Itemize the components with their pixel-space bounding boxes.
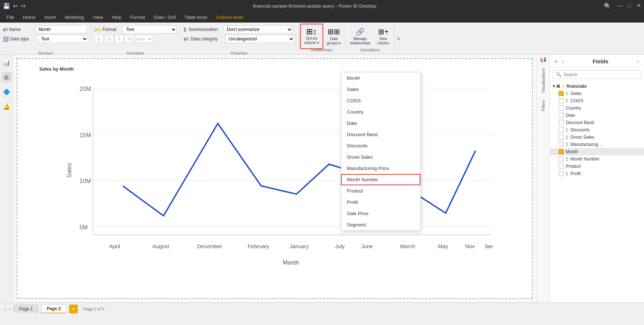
menu-column-tools[interactable]: Column tools (212, 13, 247, 21)
name-input[interactable] (36, 25, 87, 33)
field-Discounts[interactable]: Σ Discounts (550, 126, 644, 134)
field-checkbox-Product[interactable] (559, 164, 564, 169)
comma-format-btn[interactable]: ¶ (115, 35, 124, 43)
window-title: financial-sample-finished-update-query -… (253, 3, 376, 9)
fields-nav-prev[interactable]: ‹ (561, 58, 565, 65)
page-tab-2[interactable]: Page 2 (41, 304, 66, 313)
visualizations-tab[interactable]: Visualizations (540, 65, 546, 96)
fields-search-input[interactable] (564, 72, 638, 77)
fields-header: « ‹ Fields › (550, 55, 644, 68)
maximize-button[interactable]: □ (628, 3, 631, 9)
fields-nav-next[interactable]: › (636, 58, 640, 65)
speaker-icon[interactable]: 📢 (540, 57, 546, 63)
dropdown-item-Country[interactable]: Country (341, 106, 420, 118)
field-COGS[interactable]: Σ COGS (550, 97, 644, 104)
report-view-icon[interactable]: 📊 (1, 58, 12, 68)
add-page-button[interactable]: + (69, 305, 78, 313)
sort-by-column-dropdown: Month Sales COGS Country Date Discount B… (341, 72, 421, 231)
dax-icon[interactable]: 🔔 (1, 101, 12, 111)
data-category-select[interactable]: Uncategorized (225, 35, 295, 43)
minimize-button[interactable]: — (617, 3, 622, 9)
menu-table-tools[interactable]: Table tools (181, 13, 211, 21)
dropdown-item-Date[interactable]: Date (341, 118, 420, 129)
field-DiscountBand[interactable]: Discount Band (550, 119, 644, 126)
field-Country[interactable]: Country (550, 104, 644, 112)
menu-file[interactable]: File (3, 13, 18, 21)
dropdown-item-GrossSales[interactable]: Gross Sales (341, 151, 420, 163)
dropdown-item-Profit[interactable]: Profit (341, 197, 420, 208)
page-nav-next[interactable]: › (9, 306, 11, 312)
menu-data-drill[interactable]: Data / Drill (150, 13, 180, 21)
page-nav-prev[interactable]: ‹ (4, 306, 6, 312)
dropdown-item-MonthNumber[interactable]: Month Number (341, 174, 420, 185)
page-tab-1[interactable]: Page 1 (13, 305, 38, 313)
close-button[interactable]: ✕ (637, 3, 641, 9)
auto-format-select[interactable]: Auto (135, 35, 153, 43)
summarization-select[interactable]: Don't summarize (224, 25, 293, 33)
save-icon[interactable]: 💾 (3, 3, 10, 9)
financials-group-header[interactable]: ▾ ⊞ ✓ financials (550, 83, 644, 90)
dollar-format-btn[interactable]: $ (94, 35, 104, 43)
percent-format-btn[interactable]: % (104, 35, 114, 43)
model-view-icon[interactable]: 🔷 (1, 87, 12, 97)
sort-by-column-button[interactable]: ⊞↕ Sort bycolumn ▾ (300, 24, 323, 49)
dropdown-item-Discounts[interactable]: Discounts (341, 140, 420, 151)
field-label-Date: Date (566, 113, 575, 118)
field-checkbox-COGS[interactable] (559, 98, 564, 103)
dropdown-item-Sales[interactable]: Sales (341, 84, 420, 95)
fields-nav-prev-prev[interactable]: « (553, 58, 559, 65)
field-checkbox-Country[interactable] (559, 106, 564, 111)
menu-insert[interactable]: Insert (41, 13, 60, 21)
dropdown-item-SalePrice[interactable]: Sale Price (341, 208, 420, 219)
status-text: Page 2 of 2 (84, 307, 104, 311)
fields-search-box[interactable]: 🔍 (553, 70, 641, 79)
field-label-Discounts: Discounts (571, 127, 590, 132)
field-checkbox-Month[interactable]: ✓ (559, 149, 564, 154)
field-Profit[interactable]: Σ Profit (550, 170, 644, 177)
dropdown-item-Month[interactable]: Month (341, 72, 420, 84)
fields-list: ▾ ⊞ ✓ financials ✓ Σ Sales Σ COGS (550, 81, 644, 302)
data-groups-button[interactable]: ⊞⊞ Datagroups ▾ (324, 24, 344, 49)
menu-view[interactable]: View (89, 13, 107, 21)
field-checkbox-GrossSales[interactable] (559, 135, 564, 140)
new-column-button[interactable]: ⊞+ Newcolumn (374, 24, 393, 49)
menu-format[interactable]: Format (127, 13, 149, 21)
menu-modeling[interactable]: Modeling (61, 13, 88, 21)
ribbon-collapse-button[interactable]: ∧ (395, 24, 402, 53)
dropdown-item-Segment[interactable]: Segment (341, 219, 420, 230)
field-checkbox-Sales[interactable]: ✓ (559, 91, 564, 96)
table-view-icon[interactable]: ⊞ (1, 72, 12, 82)
data-groups-icon: ⊞⊞ (328, 27, 340, 36)
menu-home[interactable]: Home (19, 13, 39, 21)
dropdown-item-COGS[interactable]: COGS (341, 95, 420, 106)
field-Manufacturing[interactable]: Σ Manufacturing ... (550, 141, 644, 148)
svg-text:June: June (361, 243, 373, 249)
filters-tab[interactable]: Filters (540, 96, 546, 115)
manage-relationships-button[interactable]: 🔗 Managerelationships (347, 24, 373, 49)
svg-text:March: March (400, 243, 415, 249)
dropdown-item-DiscountBand[interactable]: Discount Band (341, 129, 420, 140)
data-type-select[interactable]: Text (37, 35, 88, 43)
undo-icon[interactable]: ↩ (13, 3, 18, 9)
format-select[interactable]: Text (122, 25, 177, 33)
field-Product[interactable]: Product (550, 163, 644, 170)
field-checkbox-Date[interactable] (559, 113, 564, 118)
field-checkbox-Manufacturing[interactable] (559, 142, 564, 147)
chart-area: Sales by Month 20M 15M 10M 5M Sales Apri… (13, 55, 536, 302)
field-checkbox-DiscountBand[interactable] (559, 120, 564, 125)
field-checkbox-Discounts[interactable] (559, 127, 564, 132)
decimal-format-btn[interactable]: .00 (125, 35, 134, 43)
field-checkbox-Profit[interactable] (559, 171, 564, 176)
search-title-icon[interactable]: 🔍 (604, 3, 611, 9)
dropdown-item-ManufacturingPrice[interactable]: Manufacturing Price (341, 163, 420, 174)
field-MonthNumber[interactable]: Σ Month Number (550, 155, 644, 163)
dropdown-item-Product[interactable]: Product (341, 185, 420, 197)
field-checkbox-MonthNumber[interactable] (559, 156, 564, 162)
field-Sales[interactable]: ✓ Σ Sales (550, 90, 644, 97)
field-Month[interactable]: ✓ Month (550, 148, 644, 155)
field-label-GrossSales: Gross Sales (571, 135, 594, 140)
menu-help[interactable]: Help (108, 13, 125, 21)
field-GrossSales[interactable]: Σ Gross Sales (550, 134, 644, 141)
redo-icon[interactable]: ↪ (21, 3, 25, 9)
field-Date[interactable]: Date (550, 112, 644, 119)
